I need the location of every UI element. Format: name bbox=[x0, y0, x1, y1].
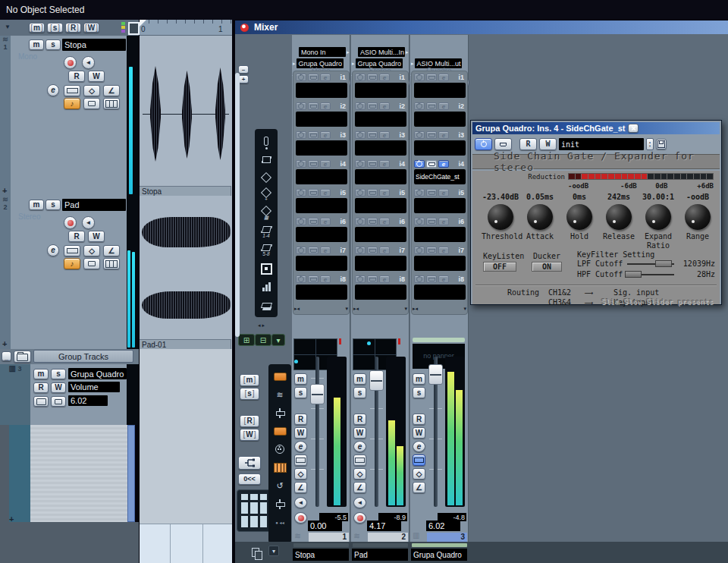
ducker-toggle[interactable]: ON bbox=[532, 262, 562, 272]
bypass-icon[interactable] bbox=[367, 247, 378, 254]
insert-slot-value[interactable]: SideChGate_st bbox=[414, 169, 466, 184]
expand-ratio-knob[interactable] bbox=[645, 204, 671, 230]
insert-slot-value[interactable] bbox=[414, 227, 466, 242]
global-mute-button[interactable]: m bbox=[240, 374, 259, 386]
window-layout-button[interactable] bbox=[128, 22, 140, 35]
track-name-field[interactable]: Stopa bbox=[62, 39, 126, 51]
plugin-read-button[interactable]: R bbox=[519, 138, 537, 150]
release-knob[interactable] bbox=[606, 204, 632, 230]
bypass-icon[interactable] bbox=[367, 218, 378, 225]
bypass-icon[interactable] bbox=[426, 74, 437, 81]
insert-slot-value[interactable] bbox=[414, 285, 466, 300]
folder-button[interactable] bbox=[14, 351, 31, 363]
sends-state-button[interactable]: ∠ bbox=[103, 245, 120, 256]
record-enable-button[interactable] bbox=[353, 512, 366, 524]
write-button[interactable]: W bbox=[413, 427, 425, 439]
edit-icon[interactable]: e bbox=[438, 218, 449, 225]
expand-hint[interactable]: + bbox=[2, 339, 7, 348]
insert-slot-value[interactable] bbox=[414, 83, 466, 98]
inserts-state-button[interactable] bbox=[294, 454, 307, 466]
mute-button[interactable]: m bbox=[33, 369, 49, 379]
solo-button[interactable]: s bbox=[46, 39, 61, 50]
write-button[interactable]: W bbox=[294, 427, 307, 439]
insert-slot-value[interactable] bbox=[296, 83, 347, 98]
write-all-button[interactable]: W bbox=[83, 23, 99, 33]
edit-button[interactable]: e bbox=[353, 441, 366, 452]
write-button[interactable]: W bbox=[353, 427, 366, 439]
bypass-icon[interactable] bbox=[426, 189, 437, 197]
show-eq-table-icon[interactable]: ▦ bbox=[255, 205, 278, 223]
bypass-icon[interactable] bbox=[308, 102, 318, 110]
output-channels-icon[interactable] bbox=[268, 422, 291, 440]
mute-all-button[interactable]: m bbox=[29, 23, 45, 33]
knob-value[interactable]: 0ms bbox=[560, 193, 598, 201]
part-name[interactable]: Pad-01 bbox=[140, 339, 231, 349]
eq-state-button[interactable]: ◇ bbox=[294, 468, 307, 480]
expand-hint[interactable]: + bbox=[2, 186, 7, 195]
solo-button[interactable]: s bbox=[294, 387, 307, 398]
group-channels-icon[interactable] bbox=[268, 404, 291, 422]
power-icon[interactable] bbox=[355, 102, 366, 110]
wide-mixer-button[interactable]: + bbox=[238, 75, 249, 83]
bypass-icon[interactable] bbox=[426, 131, 437, 139]
lanes-button[interactable] bbox=[103, 258, 120, 269]
edit-icon[interactable]: e bbox=[438, 247, 449, 254]
record-enable-button[interactable] bbox=[64, 216, 77, 229]
read-button[interactable]: R bbox=[413, 414, 425, 425]
threshold-knob[interactable] bbox=[488, 204, 513, 230]
power-icon[interactable] bbox=[296, 160, 306, 168]
solo-button[interactable]: s bbox=[413, 387, 425, 398]
insert-slot-value[interactable] bbox=[414, 256, 466, 271]
view-dropdown[interactable]: ▾ bbox=[271, 334, 285, 346]
show-sends-5-8-icon[interactable]: 5-8 bbox=[255, 241, 278, 259]
audio-part-pad[interactable]: Pad-01 bbox=[140, 196, 232, 350]
volume-fader[interactable] bbox=[310, 384, 325, 404]
edit-icon[interactable]: e bbox=[379, 247, 390, 254]
knob-value[interactable]: 30.00:1 bbox=[639, 193, 677, 201]
collapse-all-button[interactable]: ⊟ bbox=[255, 334, 271, 346]
collapse-icon[interactable]: ▼ bbox=[5, 24, 11, 30]
instrument-channels-icon[interactable] bbox=[268, 458, 291, 477]
solo-button[interactable]: s bbox=[51, 369, 66, 379]
plugin-bypass-button[interactable] bbox=[494, 138, 512, 150]
insert-slot-value[interactable] bbox=[296, 140, 347, 156]
bypass-icon[interactable] bbox=[308, 160, 318, 168]
plugin-write-button[interactable]: W bbox=[539, 138, 557, 150]
power-icon[interactable] bbox=[414, 218, 425, 225]
power-icon[interactable] bbox=[296, 74, 306, 81]
insert-slot-value[interactable] bbox=[355, 285, 406, 300]
power-icon[interactable] bbox=[296, 131, 306, 139]
show-pan-view-icon[interactable] bbox=[255, 259, 278, 278]
write-button[interactable]: W bbox=[88, 231, 105, 242]
volume-fader[interactable] bbox=[428, 364, 443, 385]
hpf-slider[interactable] bbox=[627, 271, 674, 278]
can-hide-icon[interactable]: ● ◂◂ bbox=[268, 513, 291, 531]
global-solo-button[interactable]: s bbox=[240, 388, 259, 400]
timeline-ruler[interactable]: 0 1 bbox=[140, 20, 232, 36]
edit-button[interactable]: e bbox=[47, 244, 59, 256]
insert-slot-value[interactable] bbox=[296, 112, 347, 127]
edit-button[interactable]: e bbox=[413, 441, 425, 452]
edit-icon[interactable]: e bbox=[438, 275, 449, 283]
insert-slot-value[interactable] bbox=[296, 198, 347, 213]
eq-state-button[interactable]: ◇ bbox=[83, 245, 100, 256]
plugin-title-bar[interactable]: Grupa Quadro: Ins. 4 - SideChGate_st × bbox=[472, 122, 720, 134]
power-icon[interactable] bbox=[296, 218, 306, 225]
plugin-power-button[interactable] bbox=[475, 138, 492, 150]
show-eq-plus-icon[interactable]: + bbox=[255, 187, 278, 205]
input-channels-icon[interactable] bbox=[268, 367, 291, 385]
copy-settings-icon[interactable] bbox=[252, 546, 259, 560]
show-sends-1-4-icon[interactable]: 1-4 bbox=[255, 223, 278, 241]
routing-view-button[interactable] bbox=[238, 456, 261, 470]
power-icon[interactable] bbox=[355, 160, 366, 168]
knob-value[interactable]: 242ms bbox=[600, 193, 638, 201]
scroll-arrows[interactable]: ◂ ▸ bbox=[258, 322, 265, 329]
mixer-scrollbar[interactable] bbox=[235, 73, 240, 337]
bypass-icon[interactable] bbox=[426, 160, 437, 168]
preset-spinner[interactable]: ▴▾ bbox=[646, 138, 654, 150]
show-eq-icon[interactable] bbox=[255, 168, 278, 187]
power-icon[interactable] bbox=[355, 218, 366, 225]
sends-state-button[interactable]: ∠ bbox=[294, 482, 307, 493]
edit-icon[interactable]: e bbox=[320, 247, 331, 254]
insert-slot-value[interactable] bbox=[296, 285, 347, 300]
